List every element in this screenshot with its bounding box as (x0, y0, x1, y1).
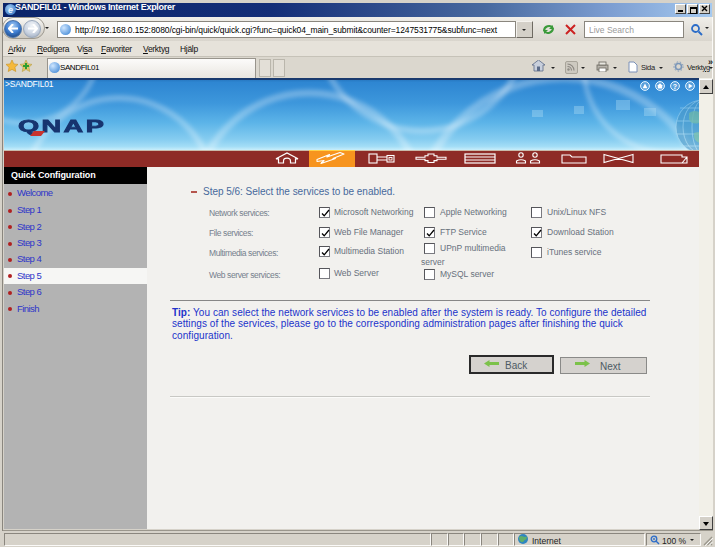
svg-text:?: ? (673, 83, 677, 90)
